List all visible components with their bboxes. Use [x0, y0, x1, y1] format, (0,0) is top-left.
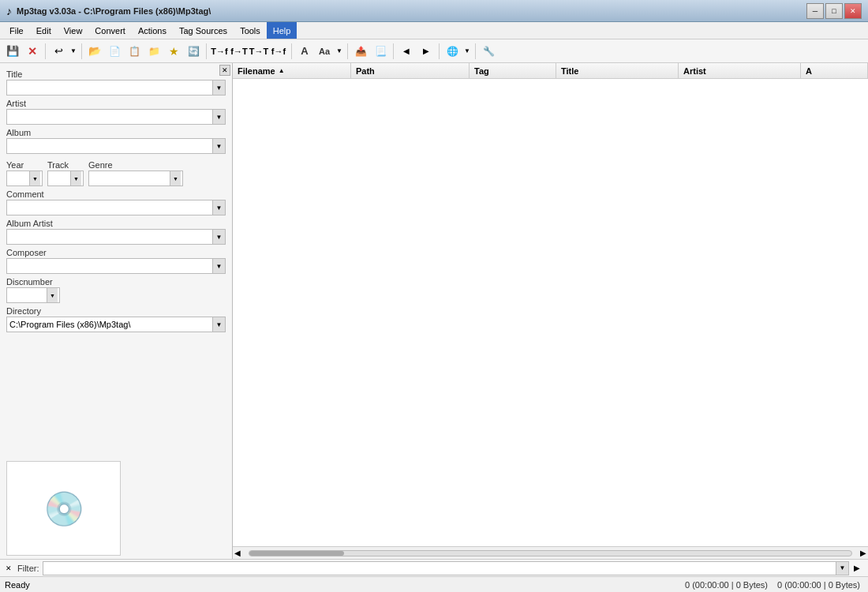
minimize-button[interactable]: ─: [806, 3, 824, 19]
composer-label: Composer: [6, 248, 226, 257]
hscroll-thumb[interactable]: [249, 551, 344, 556]
artist-dropdown-btn[interactable]: ▼: [212, 110, 225, 124]
tb-save-button[interactable]: 💾: [3, 42, 22, 61]
menu-help[interactable]: Help: [267, 22, 297, 39]
export-icon: 📤: [355, 46, 367, 57]
filterbar: ✕ Filter: ▼ ▶: [0, 559, 868, 576]
maximize-button[interactable]: □: [825, 3, 843, 19]
tb-remove-button[interactable]: ✕: [23, 42, 42, 61]
statusbar: Ready 0 (00:00:00 | 0 Bytes) 0 (00:00:00…: [0, 576, 868, 592]
menu-edit[interactable]: Edit: [30, 22, 58, 39]
album-dropdown-btn[interactable]: ▼: [212, 139, 225, 153]
tb-open-files-button[interactable]: 📄: [105, 42, 124, 61]
menu-tag-sources[interactable]: Tag Sources: [173, 22, 234, 39]
filter-clear-button[interactable]: ✕: [3, 563, 14, 574]
tb-tag-btn-4[interactable]: f→f: [269, 42, 288, 61]
composer-field-group: Composer ▼: [6, 248, 226, 274]
comment-dropdown-btn[interactable]: ▼: [212, 200, 225, 215]
menu-actions[interactable]: Actions: [132, 22, 173, 39]
format-tag-icon: f→f: [271, 47, 286, 56]
menu-file[interactable]: File: [3, 22, 30, 39]
tb-refresh-button[interactable]: 🔄: [184, 42, 203, 61]
col-path[interactable]: Path: [351, 63, 470, 78]
col-title[interactable]: Title: [556, 63, 679, 78]
tb-settings-button[interactable]: 🔧: [479, 42, 498, 61]
tb-undo-button[interactable]: ↩: [49, 42, 68, 61]
tb-tag-btn-2[interactable]: f→T: [230, 42, 249, 61]
menu-view[interactable]: View: [58, 22, 89, 39]
track-field-group: Track ▼: [47, 157, 84, 186]
hscroll-left-btn[interactable]: ◀: [233, 549, 242, 557]
tb-open-subdirs-button[interactable]: 📁: [144, 42, 163, 61]
filter-input[interactable]: [43, 561, 837, 575]
settings-icon: 🔧: [483, 46, 495, 57]
tb-favorite-button[interactable]: ★: [164, 42, 183, 61]
case-upper-icon: A: [301, 45, 308, 57]
tb-case-dropdown[interactable]: ▼: [335, 42, 344, 61]
hscroll-track[interactable]: [249, 550, 852, 556]
tb-create-playlist-button[interactable]: 📃: [371, 42, 390, 61]
file-list-body[interactable]: [233, 79, 868, 546]
discnumber-input[interactable]: [7, 288, 47, 302]
toolbar-sep-7: [439, 43, 440, 59]
year-dropdown-btn[interactable]: ▼: [29, 171, 40, 185]
tb-tag-btn-3[interactable]: T→T: [249, 42, 268, 61]
tb-tag-btn-1[interactable]: T→f: [210, 42, 229, 61]
album-input[interactable]: [7, 139, 212, 153]
filter-go-button[interactable]: ▶: [849, 560, 865, 576]
left-panel-close-button[interactable]: ✕: [219, 65, 230, 76]
tb-freedb-button[interactable]: 🌐: [443, 42, 462, 61]
album-artist-dropdown-btn[interactable]: ▼: [212, 230, 225, 244]
tb-case-btn-1[interactable]: A: [295, 42, 314, 61]
title-input-wrap: ▼: [6, 80, 226, 96]
col-extra[interactable]: A: [801, 63, 868, 78]
directory-input[interactable]: [7, 317, 212, 332]
genre-input-wrap: ▼: [88, 170, 183, 186]
toolbar-sep-6: [393, 43, 394, 59]
filter-dropdown-btn[interactable]: ▼: [836, 561, 849, 575]
title-label: Title: [6, 69, 226, 79]
horizontal-scrollbar[interactable]: ◀ ▶: [233, 546, 868, 559]
title-input[interactable]: [7, 81, 212, 95]
freedb-icon: 🌐: [447, 46, 458, 57]
toolbar-sep-2: [81, 43, 82, 59]
tb-undo-dropdown[interactable]: ▼: [69, 42, 78, 61]
menu-convert[interactable]: Convert: [88, 22, 132, 39]
col-artist[interactable]: Artist: [679, 63, 801, 78]
title-dropdown-btn[interactable]: ▼: [212, 81, 225, 95]
album-field-group: Album ▼: [6, 128, 226, 154]
genre-dropdown-btn[interactable]: ▼: [170, 171, 181, 185]
genre-input[interactable]: [89, 171, 170, 185]
tb-open-playlist-button[interactable]: 📋: [125, 42, 144, 61]
discnumber-dropdown-btn[interactable]: ▼: [47, 288, 58, 302]
album-artist-input[interactable]: [7, 230, 212, 244]
tb-next-button[interactable]: ▶: [417, 42, 436, 61]
artist-label: Artist: [6, 99, 226, 108]
hscroll-right-btn[interactable]: ▶: [859, 549, 868, 557]
track-dropdown-btn[interactable]: ▼: [70, 171, 81, 185]
tb-export-button[interactable]: 📤: [351, 42, 370, 61]
comment-input[interactable]: [7, 200, 212, 215]
close-button[interactable]: ✕: [844, 3, 862, 19]
star-icon: ★: [169, 45, 179, 58]
composer-input[interactable]: [7, 259, 212, 273]
track-input[interactable]: [48, 171, 70, 185]
tb-open-dir-button[interactable]: 📂: [85, 42, 104, 61]
create-playlist-icon: 📃: [375, 46, 387, 57]
menu-tools[interactable]: Tools: [234, 22, 267, 39]
tb-case-btn-2[interactable]: Aa: [315, 42, 334, 61]
album-label: Album: [6, 128, 226, 137]
year-input[interactable]: [7, 171, 29, 185]
col-tag[interactable]: Tag: [470, 63, 556, 78]
tb-prev-button[interactable]: ◀: [397, 42, 416, 61]
col-extra-label: A: [806, 66, 812, 76]
track-label: Track: [47, 160, 84, 170]
tb-freedb-dropdown[interactable]: ▼: [462, 42, 472, 61]
col-filename[interactable]: Filename ▲: [233, 63, 351, 78]
artist-input[interactable]: [7, 110, 212, 124]
artist-field-group: Artist ▼: [6, 99, 226, 125]
sort-arrow-filename: ▲: [279, 67, 285, 74]
right-panel: Filename ▲ Path Tag Title Artist A ◀: [233, 63, 868, 559]
directory-dropdown-btn[interactable]: ▼: [212, 317, 225, 332]
composer-dropdown-btn[interactable]: ▼: [212, 259, 225, 273]
